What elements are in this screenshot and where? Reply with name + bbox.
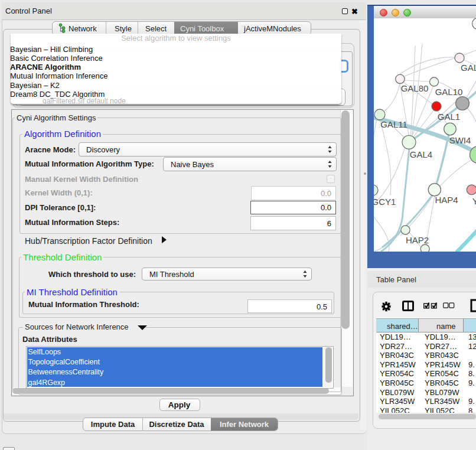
- svg-text:GAL80: GAL80: [401, 83, 429, 93]
- svg-text:GAL8: GAL8: [461, 63, 476, 73]
- svg-text:GAL1: GAL1: [438, 112, 460, 122]
- svg-text:SWI4: SWI4: [449, 135, 471, 145]
- svg-text:GAL11: GAL11: [380, 119, 407, 129]
- svg-text:Y: Y: [472, 196, 476, 206]
- svg-text:HAP2: HAP2: [406, 235, 429, 245]
- svg-text:GAL10: GAL10: [435, 87, 463, 97]
- svg-text:HAP4: HAP4: [435, 195, 458, 205]
- svg-text:GCY1: GCY1: [374, 197, 396, 207]
- svg-text:GAL4: GAL4: [410, 149, 432, 159]
